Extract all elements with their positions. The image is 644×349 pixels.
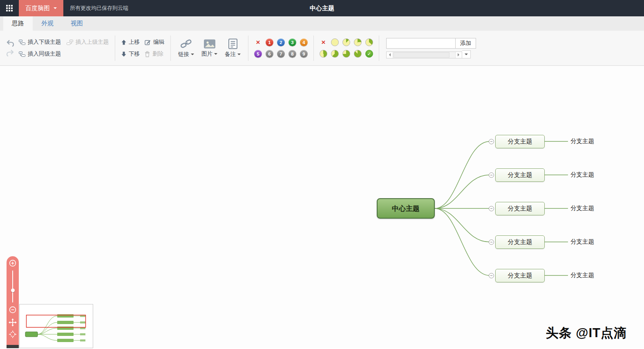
progress-done-icon[interactable]: ✓ bbox=[365, 50, 373, 58]
move-up-label: 上移 bbox=[129, 38, 140, 46]
priority-2[interactable]: 2 bbox=[277, 38, 285, 46]
minimap-preview bbox=[20, 304, 93, 348]
edit-button[interactable]: 编辑 bbox=[142, 37, 167, 47]
move-down-button[interactable]: 下移 bbox=[119, 49, 142, 59]
edit-group: 编辑 删除 bbox=[142, 37, 167, 59]
insert-parent-label: 插入上级主题 bbox=[76, 38, 109, 46]
minimap-viewport[interactable] bbox=[27, 315, 86, 327]
priority-9[interactable]: 9 bbox=[300, 50, 308, 58]
progress-3-icon[interactable] bbox=[365, 38, 373, 46]
delete-button[interactable]: 删除 bbox=[142, 49, 167, 59]
root-node[interactable]: 中心主题 bbox=[377, 198, 435, 219]
priority-5[interactable]: 5 bbox=[254, 50, 262, 58]
progress-2-icon[interactable] bbox=[354, 38, 362, 46]
tab-appearance[interactable]: 外观 bbox=[33, 16, 62, 31]
priority-4[interactable]: 4 bbox=[300, 38, 308, 46]
edit-icon bbox=[145, 39, 151, 45]
progress-4-icon[interactable] bbox=[320, 50, 327, 58]
collapse-icon[interactable]: − bbox=[489, 139, 494, 144]
priority-6[interactable]: 6 bbox=[266, 50, 273, 58]
insert-child-topic-button[interactable]: 插入下级主题 bbox=[16, 37, 63, 47]
apps-grid-button[interactable] bbox=[0, 0, 19, 16]
insert-child-icon bbox=[19, 40, 25, 45]
branch-node-3[interactable]: 分支主题 bbox=[495, 202, 545, 215]
progress-6-icon[interactable] bbox=[342, 50, 350, 58]
branch-node-2[interactable]: 分支主题 bbox=[495, 168, 545, 182]
link-icon bbox=[180, 38, 192, 49]
history-group bbox=[4, 39, 16, 57]
app-menu-label: 百度脑图 bbox=[25, 4, 50, 12]
tab-view[interactable]: 视图 bbox=[62, 16, 92, 31]
trash-icon bbox=[145, 51, 150, 57]
tag-input[interactable] bbox=[386, 38, 456, 49]
progress-1-icon[interactable] bbox=[342, 38, 350, 46]
progress-remove-icon[interactable]: × bbox=[322, 39, 326, 46]
navigator-minimap[interactable] bbox=[19, 304, 93, 348]
pan-tool-button[interactable] bbox=[9, 318, 17, 327]
priority-remove-icon[interactable]: × bbox=[256, 39, 260, 46]
leaf-topic-3[interactable]: 分支主题 bbox=[570, 204, 594, 212]
branch-node-1[interactable]: 分支主题 bbox=[495, 135, 545, 148]
link-button[interactable]: 链接 bbox=[174, 38, 198, 59]
priority-1[interactable]: 1 bbox=[266, 38, 273, 46]
link-label: 链接 bbox=[178, 51, 189, 58]
scroll-left-button[interactable] bbox=[387, 52, 393, 58]
scroll-right-button[interactable] bbox=[455, 52, 462, 58]
collapse-icon[interactable]: − bbox=[489, 273, 494, 278]
tag-scrollbar[interactable] bbox=[386, 51, 462, 58]
priority-3[interactable]: 3 bbox=[288, 38, 296, 46]
redo-button[interactable] bbox=[4, 49, 16, 57]
zoom-panel-footer bbox=[7, 345, 19, 348]
insert-child-label: 插入下级主题 bbox=[28, 38, 61, 46]
priority-group: × 1 2 3 4 5 6 7 8 9 bbox=[254, 38, 308, 58]
toolbar-separator bbox=[313, 36, 314, 61]
undo-button[interactable] bbox=[4, 39, 16, 47]
branch-node-4[interactable]: 分支主题 bbox=[495, 235, 545, 249]
tab-idea[interactable]: 思路 bbox=[3, 16, 33, 31]
chevron-down-icon bbox=[54, 7, 57, 11]
progress-5-icon[interactable] bbox=[331, 50, 339, 58]
collapse-icon[interactable]: − bbox=[489, 206, 494, 211]
insert-sibling-label: 插入同级主题 bbox=[28, 50, 61, 58]
insert-parent-topic-button[interactable]: 插入上级主题 bbox=[64, 37, 111, 47]
collapse-icon[interactable]: − bbox=[489, 172, 494, 178]
tag-dropdown-button[interactable] bbox=[462, 50, 471, 58]
connection-lines bbox=[0, 66, 644, 348]
insert-sibling-topic-button[interactable]: 插入同级主题 bbox=[16, 49, 63, 59]
scrollbar-track[interactable] bbox=[393, 52, 455, 58]
zoom-slider[interactable] bbox=[9, 271, 16, 302]
watermark: 头条 @IT点滴 bbox=[546, 324, 627, 342]
leaf-topic-2[interactable]: 分支主题 bbox=[570, 171, 594, 179]
tag-add-button[interactable]: 添加 bbox=[456, 38, 476, 49]
image-button[interactable]: 图片 bbox=[198, 38, 221, 58]
leaf-topic-4[interactable]: 分支主题 bbox=[570, 238, 594, 246]
leaf-topic-1[interactable]: 分支主题 bbox=[570, 137, 594, 145]
locate-center-button[interactable] bbox=[9, 330, 17, 338]
toolbar-separator bbox=[115, 36, 115, 61]
priority-7[interactable]: 7 bbox=[277, 50, 285, 58]
zoom-out-button[interactable] bbox=[9, 306, 16, 313]
branch-node-5[interactable]: 分支主题 bbox=[495, 269, 545, 282]
progress-0-icon[interactable] bbox=[331, 38, 339, 46]
leaf-topic-5[interactable]: 分支主题 bbox=[570, 271, 594, 279]
save-status-text: 所有更改均已保存到云端 bbox=[70, 4, 128, 12]
note-button[interactable]: 备注 bbox=[221, 38, 244, 59]
note-icon bbox=[228, 38, 238, 49]
insert-sibling-icon bbox=[19, 51, 25, 57]
collapse-icon[interactable]: − bbox=[489, 239, 494, 245]
priority-8[interactable]: 8 bbox=[288, 50, 296, 58]
move-up-button[interactable]: 上移 bbox=[119, 37, 142, 47]
zoom-slider-knob[interactable] bbox=[11, 289, 15, 292]
progress-7-icon[interactable] bbox=[354, 50, 362, 58]
scrollbar-thumb[interactable] bbox=[394, 52, 449, 58]
zoom-in-button[interactable] bbox=[9, 260, 16, 267]
chevron-down-icon bbox=[237, 54, 241, 57]
toolbar: 插入下级主题 插入上级主题 插入同级主题 bbox=[0, 31, 644, 66]
mindmap-canvas[interactable]: 中心主题 分支主题 分支主题 分支主题 分支主题 分支主题 − − − − − … bbox=[0, 66, 644, 348]
topbar: 百度脑图 所有更改均已保存到云端 中心主题 bbox=[0, 0, 644, 16]
app-menu-button[interactable]: 百度脑图 bbox=[19, 0, 63, 16]
redo-icon bbox=[6, 49, 15, 56]
delete-label: 删除 bbox=[152, 50, 163, 58]
move-down-label: 下移 bbox=[129, 50, 140, 58]
toolbar-separator bbox=[170, 36, 171, 61]
